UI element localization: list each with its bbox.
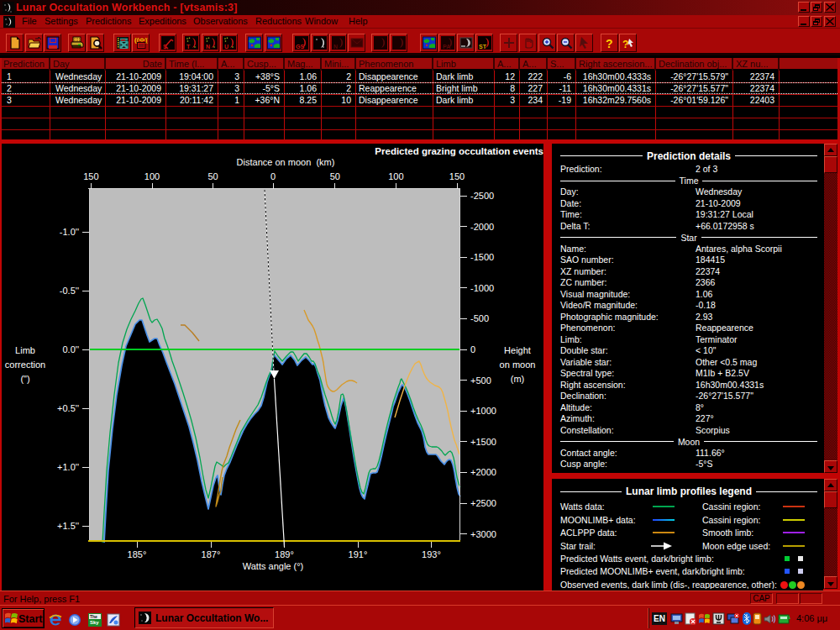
svg-text:T: T — [186, 44, 191, 50]
svg-text:+2000: +2000 — [470, 467, 496, 477]
svg-text:+3000: +3000 — [470, 529, 496, 539]
svg-text:-0.5'': -0.5'' — [60, 286, 79, 296]
svg-text:0: 0 — [270, 171, 276, 181]
svg-text:Limb: Limb — [15, 345, 35, 355]
svg-text:The: The — [90, 614, 97, 619]
svg-text:correction: correction — [5, 360, 45, 370]
svg-text:Height: Height — [504, 345, 531, 355]
svg-text:N: N — [333, 44, 338, 50]
svg-text:50: 50 — [330, 171, 340, 181]
svg-text:+1.5'': +1.5'' — [57, 521, 79, 531]
svg-text:+2500: +2500 — [470, 498, 496, 508]
svg-text:ST: ST — [479, 44, 487, 50]
svg-text:+500: +500 — [470, 375, 491, 386]
svg-text:100: 100 — [144, 171, 160, 181]
svg-text:Distance on moon (km): Distance on moon (km) — [237, 157, 335, 167]
svg-text:U: U — [224, 44, 228, 50]
svg-text:("): (") — [20, 374, 29, 384]
svg-text:PA: PA — [443, 44, 450, 50]
svg-text:on moon: on moon — [500, 360, 536, 370]
svg-text:+1.0'': +1.0'' — [57, 462, 79, 472]
svg-text:Sky: Sky — [90, 620, 99, 625]
svg-text:+0.5'': +0.5'' — [57, 403, 79, 413]
svg-text:50: 50 — [207, 171, 218, 181]
svg-text:Predicted grazing occultation: Predicted grazing occultation events — [375, 146, 543, 156]
svg-text:187°: 187° — [202, 549, 221, 559]
svg-text:N: N — [206, 44, 210, 50]
svg-text:S: S — [163, 44, 167, 50]
svg-text:193°: 193° — [422, 549, 441, 559]
svg-text:+1000: +1000 — [470, 406, 496, 416]
svg-text:GS: GS — [296, 44, 304, 50]
svg-text:(m): (m) — [511, 374, 525, 384]
svg-text:-1500: -1500 — [470, 252, 494, 262]
svg-text:191°: 191° — [349, 549, 368, 559]
svg-text:?: ? — [622, 39, 628, 50]
svg-text:150: 150 — [449, 171, 465, 181]
svg-text:-500: -500 — [470, 313, 489, 323]
svg-text:+1500: +1500 — [470, 437, 496, 447]
svg-text:Watts angle (°): Watts angle (°) — [243, 561, 303, 571]
svg-text:100: 100 — [388, 171, 403, 181]
svg-text:185°: 185° — [128, 549, 147, 559]
svg-text:-2000: -2000 — [470, 222, 494, 232]
svg-text:?: ? — [606, 37, 613, 50]
svg-text:0.0'': 0.0'' — [63, 344, 80, 354]
svg-text:-1000: -1000 — [470, 283, 494, 293]
svg-text:150: 150 — [83, 171, 98, 181]
svg-text:189°: 189° — [275, 549, 294, 559]
svg-text:-2500: -2500 — [470, 191, 494, 201]
svg-text:0: 0 — [470, 344, 475, 354]
svg-text:-1.0'': -1.0'' — [60, 227, 79, 237]
